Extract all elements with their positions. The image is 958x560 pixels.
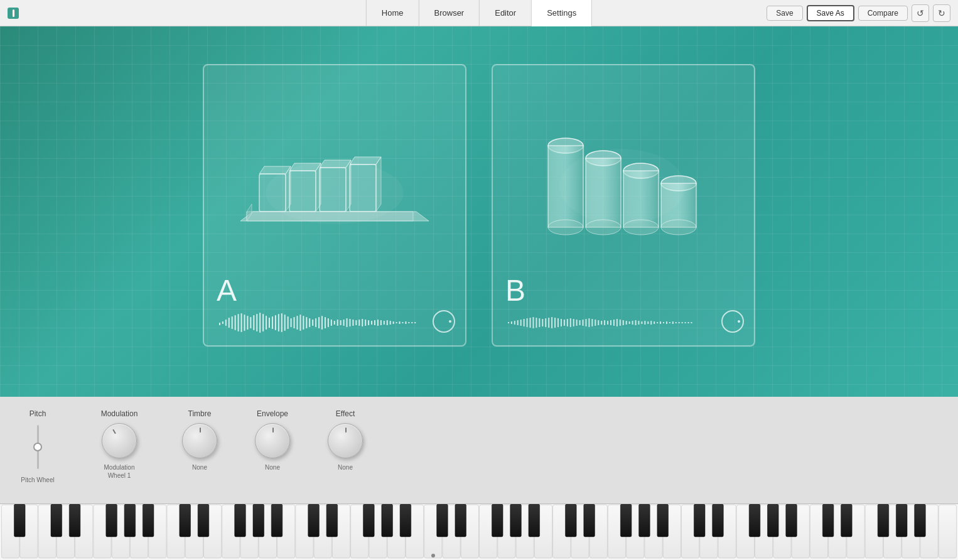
pitch-slider[interactable] <box>37 425 39 469</box>
cylinders-3d-svg <box>523 111 724 249</box>
svg-rect-214 <box>529 504 540 537</box>
svg-rect-221 <box>713 504 724 537</box>
effect-label: Effect <box>336 409 355 418</box>
waveform-b <box>505 310 716 335</box>
svg-rect-225 <box>822 504 834 537</box>
tab-home[interactable]: Home <box>366 0 419 26</box>
svg-rect-226 <box>841 504 853 537</box>
svg-rect-222 <box>749 504 760 537</box>
knob-tick-env <box>272 428 274 433</box>
tab-browser[interactable]: Browser <box>419 0 480 26</box>
svg-rect-207 <box>363 504 375 537</box>
knob-tick-top <box>200 428 201 433</box>
middle-c-dot <box>431 554 435 557</box>
svg-rect-202 <box>235 504 246 537</box>
svg-rect-220 <box>694 504 705 537</box>
svg-rect-215 <box>566 504 577 537</box>
svg-rect-228 <box>896 504 907 537</box>
panel-a[interactable]: A <box>203 64 466 347</box>
undo-button[interactable]: ↺ <box>912 4 929 22</box>
svg-point-4 <box>266 161 404 224</box>
svg-rect-203 <box>253 504 264 537</box>
piano-keyboard[interactable] <box>0 503 958 560</box>
svg-rect-213 <box>510 504 522 537</box>
envelope-knob[interactable] <box>255 423 290 458</box>
timbre-knob[interactable] <box>182 423 217 458</box>
effect-knob[interactable] <box>328 423 363 458</box>
svg-rect-194 <box>14 504 25 537</box>
svg-rect-216 <box>584 504 595 537</box>
piano-keys-svg[interactable] <box>1 504 957 559</box>
timbre-section: Timbre None <box>182 409 217 471</box>
envelope-sublabel: None <box>265 463 280 471</box>
svg-rect-219 <box>657 504 669 537</box>
pitch-sublabel: Pitch Wheel <box>21 476 54 484</box>
timbre-sublabel: None <box>192 463 207 471</box>
svg-rect-205 <box>308 504 320 537</box>
panel-b[interactable]: B <box>492 64 755 347</box>
envelope-label: Envelope <box>257 409 288 418</box>
knob-tick-fx <box>345 428 347 433</box>
pitch-section: Pitch Pitch Wheel <box>19 409 57 484</box>
waveform-a <box>217 310 428 335</box>
svg-rect-204 <box>271 504 283 537</box>
knob-tick-left <box>112 429 116 434</box>
pitch-label: Pitch <box>30 409 46 418</box>
svg-rect-206 <box>326 504 338 537</box>
panel-b-knob[interactable] <box>721 310 744 333</box>
modulation-sublabel: Modulation Wheel 1 <box>94 463 144 480</box>
save-button[interactable]: Save <box>767 6 802 21</box>
effect-sublabel: None <box>338 463 353 471</box>
nav-tabs: Home Browser Editor Settings <box>366 0 592 26</box>
effect-section: Effect None <box>328 409 363 471</box>
svg-rect-196 <box>69 504 80 537</box>
bottom-controls: Pitch Pitch Wheel Modulation Modulation … <box>0 397 958 560</box>
svg-rect-218 <box>639 504 650 537</box>
svg-rect-210 <box>437 504 448 537</box>
controls-row: Pitch Pitch Wheel Modulation Modulation … <box>0 397 958 503</box>
topbar-right: Save Save As Compare ↺ ↻ <box>767 4 950 22</box>
pitch-slider-container <box>37 422 39 472</box>
panel-a-label: A <box>217 273 237 308</box>
keyboard-wrapper <box>1 504 957 559</box>
tab-editor[interactable]: Editor <box>480 0 532 26</box>
logo <box>8 8 19 19</box>
panel-b-label: B <box>505 273 525 308</box>
panel-a-knob[interactable] <box>433 310 455 333</box>
svg-rect-193 <box>939 505 956 558</box>
svg-rect-208 <box>382 504 393 537</box>
envelope-section: Envelope None <box>255 409 290 471</box>
svg-point-80 <box>661 220 696 235</box>
svg-rect-201 <box>198 504 209 537</box>
pitch-thumb[interactable] <box>33 443 42 451</box>
svg-rect-197 <box>106 504 117 537</box>
svg-rect-227 <box>878 504 889 537</box>
svg-rect-212 <box>492 504 503 537</box>
tab-settings[interactable]: Settings <box>532 0 592 26</box>
compare-button[interactable]: Compare <box>858 6 908 21</box>
main-area: A <box>0 26 958 397</box>
svg-rect-224 <box>786 504 797 537</box>
timbre-label: Timbre <box>188 409 212 418</box>
save-as-button[interactable]: Save As <box>807 5 854 21</box>
svg-rect-217 <box>620 504 632 537</box>
redo-button[interactable]: ↻ <box>933 4 950 22</box>
svg-rect-229 <box>915 504 926 537</box>
svg-point-81 <box>559 149 685 224</box>
panels-container: A <box>203 64 755 347</box>
modulation-section: Modulation Modulation Wheel 1 <box>94 409 144 480</box>
modulation-knob[interactable] <box>102 423 137 458</box>
svg-rect-198 <box>124 504 136 537</box>
svg-point-71 <box>548 220 583 235</box>
topbar: Home Browser Editor Settings Save Save A… <box>0 0 958 26</box>
modulation-label: Modulation <box>101 409 138 418</box>
svg-rect-200 <box>180 504 191 537</box>
piano-3d-svg <box>234 124 435 237</box>
instrument-a-display <box>204 65 465 295</box>
svg-rect-209 <box>400 504 411 537</box>
svg-rect-199 <box>143 504 154 537</box>
svg-rect-223 <box>768 504 779 537</box>
svg-rect-195 <box>51 504 62 537</box>
instrument-b-display <box>493 65 754 295</box>
svg-rect-211 <box>455 504 466 537</box>
